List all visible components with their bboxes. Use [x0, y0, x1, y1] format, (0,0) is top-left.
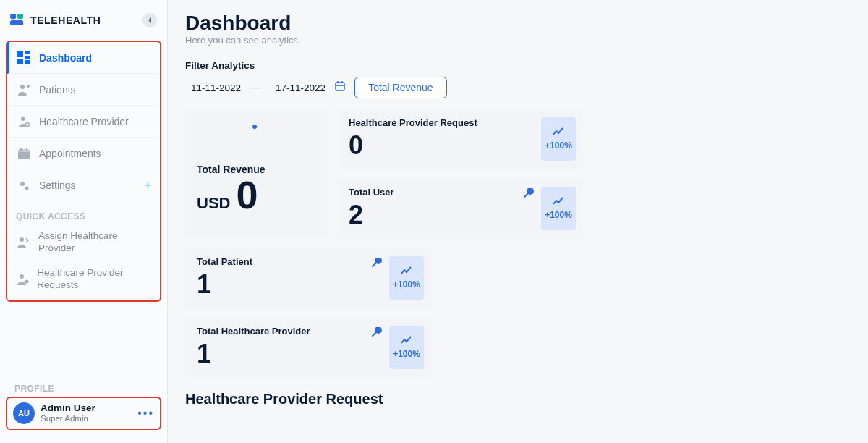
svg-point-18 [25, 186, 29, 190]
section-header: Healthcare Provider Request [185, 391, 851, 408]
card-value: 0 [236, 175, 258, 214]
page-subtitle: Here you can see analytics [185, 35, 851, 46]
brand-logo-icon [10, 14, 25, 27]
filter-label: Filter Analytics [185, 60, 851, 71]
sidebar-item-appointments[interactable]: Appointments [7, 138, 160, 169]
main-content: Dashboard Here you can see analytics Fil… [168, 0, 868, 443]
avatar: AU [13, 402, 35, 424]
profile-header: PROFILE [6, 381, 161, 397]
svg-point-20 [20, 274, 24, 279]
svg-rect-6 [17, 59, 23, 64]
trend-up-icon [401, 266, 412, 275]
sparkline-icon [493, 119, 537, 132]
svg-rect-3 [17, 51, 23, 57]
provider-icon [16, 115, 32, 128]
svg-rect-10 [27, 85, 29, 88]
sidebar-item-label: Settings [39, 180, 76, 191]
quick-access-header: QUICK ACCESS [7, 201, 160, 224]
profile-role: Super Admin [41, 414, 95, 423]
quick-item-label: Healthcare Provider Requests [37, 267, 151, 292]
profile-card[interactable]: AU Admin User Super Admin ••• [6, 397, 161, 430]
sparkline-icon [341, 327, 385, 342]
svg-rect-1 [17, 14, 23, 19]
stat-badge: +100% [389, 326, 424, 369]
card-title: Total Healthcare Provider [197, 326, 420, 337]
dashboard-icon [16, 51, 32, 64]
card-total-provider: Total Healthcare Provider 1 +100% [185, 317, 431, 378]
requests-icon [16, 273, 30, 286]
trend-up-icon [401, 336, 412, 345]
svg-point-11 [21, 117, 25, 121]
svg-point-17 [20, 182, 25, 186]
profile-section: PROFILE AU Admin User Super Admin ••• [0, 376, 167, 437]
calendar-picker-icon[interactable] [334, 80, 346, 95]
plus-icon[interactable]: + [145, 179, 151, 192]
sidebar-collapse-button[interactable] [142, 13, 157, 28]
svg-rect-4 [25, 51, 30, 54]
sidebar-item-patients[interactable]: Patients [7, 74, 160, 106]
card-total-user: Total User 2 +100% [337, 178, 583, 239]
trend-up-icon [553, 127, 564, 136]
quick-item-provider-requests[interactable]: Healthcare Provider Requests [7, 261, 160, 298]
assign-icon [16, 236, 31, 249]
svg-point-21 [25, 279, 28, 283]
card-value: 1 [197, 271, 420, 298]
quick-item-assign-provider[interactable]: Assign Healthcare Provider [7, 224, 160, 261]
card-total-patient: Total Patient 1 +100% [185, 248, 431, 308]
date-from[interactable]: 11-11-2022 [185, 83, 241, 93]
stat-badge: +100% [389, 256, 424, 300]
svg-rect-15 [20, 148, 22, 151]
currency-code: USD [197, 195, 230, 211]
svg-rect-7 [25, 60, 30, 64]
page-title: Dashboard [185, 12, 851, 35]
stat-percent: +100% [545, 210, 572, 220]
card-value: 2 [349, 202, 571, 228]
sidebar-item-healthcare-provider[interactable]: Healthcare Provider [7, 106, 160, 138]
patients-icon [16, 83, 32, 96]
sidebar-item-dashboard[interactable]: Dashboard [7, 42, 160, 74]
svg-rect-14 [18, 149, 30, 152]
svg-rect-22 [336, 83, 344, 90]
sidebar-item-settings[interactable]: Settings + [7, 169, 160, 201]
sparkline-icon [252, 122, 317, 135]
card-total-revenue: Total Revenue USD 0 [185, 109, 327, 237]
more-icon[interactable]: ••• [137, 407, 154, 420]
sparkline-icon [493, 188, 537, 203]
date-separator: — [250, 81, 261, 94]
svg-point-12 [26, 122, 30, 126]
card-title: Total User [349, 187, 571, 198]
svg-point-19 [20, 237, 24, 242]
card-value: 1 [197, 341, 420, 367]
sidebar: TELEHEALTH Dashboard Patients Healthcare… [0, 0, 168, 443]
sidebar-item-label: Appointments [39, 148, 101, 159]
sidebar-item-label: Healthcare Provider [39, 116, 129, 127]
card-title: Total Patient [197, 256, 420, 267]
quick-item-label: Assign Healthcare Provider [38, 230, 151, 255]
profile-name: Admin User [41, 403, 95, 414]
nav-group-highlight: Dashboard Patients Healthcare Provider A… [6, 41, 161, 302]
svg-rect-16 [26, 148, 27, 151]
stat-badge: +100% [541, 117, 576, 161]
svg-rect-0 [10, 14, 16, 19]
stat-badge: +100% [541, 187, 576, 230]
svg-rect-2 [10, 20, 23, 25]
date-to[interactable]: 17-11-2022 [270, 83, 326, 93]
sidebar-item-label: Dashboard [39, 52, 92, 64]
gears-icon [16, 179, 32, 192]
card-title: Healthcare Provider Request [349, 117, 571, 128]
sparkline-icon [341, 258, 385, 272]
sidebar-item-label: Patients [39, 84, 76, 96]
card-value: 0 [349, 132, 571, 159]
stat-percent: +100% [393, 279, 420, 290]
calendar-icon [16, 147, 32, 160]
card-provider-request: Healthcare Provider Request 0 +100% [337, 109, 583, 169]
brand-name: TELEHEALTH [30, 14, 101, 26]
stat-percent: +100% [545, 140, 572, 151]
svg-rect-5 [25, 56, 30, 59]
trend-up-icon [553, 197, 564, 206]
stat-percent: +100% [393, 349, 420, 359]
svg-point-8 [20, 85, 25, 89]
total-revenue-button[interactable]: Total Revenue [354, 77, 447, 98]
